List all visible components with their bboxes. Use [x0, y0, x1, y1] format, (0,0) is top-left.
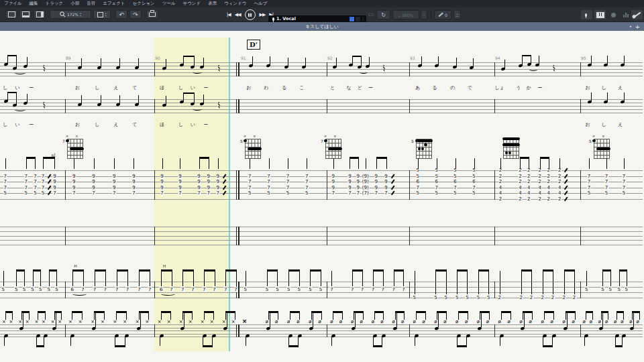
- menu-item-4[interactable]: 音符: [87, 1, 95, 7]
- hihat-note[interactable]: ø: [529, 320, 532, 324]
- tab-number[interactable]: 7: [248, 185, 251, 190]
- hihat-note[interactable]: ø: [563, 320, 566, 324]
- lyric[interactable]: ー: [203, 84, 208, 91]
- bass-tab-number[interactable]: 2: [498, 295, 501, 300]
- snare-note[interactable]: [19, 326, 24, 330]
- tab-number[interactable]: 9: [197, 174, 201, 179]
- bass-tab-number[interactable]: 5: [47, 287, 50, 292]
- bass-tab-number[interactable]: 5: [319, 287, 322, 292]
- bass-tab-number[interactable]: 5: [309, 287, 312, 292]
- lyric[interactable]: お: [586, 121, 590, 128]
- bass-tab-number[interactable]: 5: [287, 287, 290, 292]
- tab-number[interactable]: 7: [41, 179, 44, 184]
- snare-note[interactable]: [598, 326, 603, 330]
- tab-number[interactable]: 7: [348, 190, 352, 196]
- bass-tab-number[interactable]: 5: [297, 287, 301, 292]
- bass-tab-number[interactable]: 5: [276, 287, 279, 292]
- view-page-button[interactable]: [5, 10, 17, 19]
- menu-item-2[interactable]: トラック: [46, 1, 64, 7]
- hihat-note[interactable]: ø: [319, 320, 321, 324]
- hihat-note[interactable]: ø: [422, 320, 425, 324]
- tab-number[interactable]: 6: [416, 179, 419, 184]
- menu-item-8[interactable]: サウンド: [183, 1, 201, 7]
- tab-number[interactable]: (7): [362, 190, 369, 196]
- tab-number[interactable]: 5: [267, 190, 270, 196]
- tab-number[interactable]: 4: [547, 185, 550, 190]
- tab-number[interactable]: (9): [362, 174, 369, 179]
- document-tab[interactable]: キスしてほしい: [305, 23, 339, 30]
- tab-number[interactable]: 2: [498, 179, 502, 184]
- bass-tab-number[interactable]: 7: [115, 287, 118, 292]
- tab-number[interactable]: 7: [112, 190, 115, 196]
- hihat-note[interactable]: ×: [158, 320, 162, 324]
- lyric[interactable]: し: [602, 121, 606, 128]
- chord-diagram[interactable]: ××5: [594, 139, 610, 159]
- tab-number[interactable]: 4: [527, 190, 530, 196]
- hihat-note[interactable]: ×: [58, 320, 62, 324]
- bass-tab-number[interactable]: 5: [265, 287, 268, 292]
- tab-number[interactable]: 2: [498, 174, 502, 179]
- hihat-note[interactable]: ø: [598, 320, 601, 324]
- snare-note[interactable]: [392, 326, 397, 330]
- bass-tab-number[interactable]: 5: [466, 295, 469, 300]
- tab-number[interactable]: 9: [356, 185, 360, 190]
- tab-number[interactable]: 7: [197, 190, 201, 196]
- zoom-control[interactable]: 172% ▴▾: [50, 10, 91, 19]
- hihat-note[interactable]: ×: [34, 320, 38, 324]
- tab-number[interactable]: 5: [435, 174, 438, 179]
- hihat-note[interactable]: ø: [351, 320, 354, 324]
- hihat-note[interactable]: ×: [231, 320, 235, 324]
- tab-number[interactable]: 4: [519, 190, 522, 196]
- hihat-note[interactable]: ø: [413, 320, 415, 324]
- snare-note[interactable]: [630, 326, 635, 330]
- tab-number[interactable]: 9: [53, 185, 56, 190]
- tab-number[interactable]: 7: [216, 190, 219, 196]
- bass-tab-number[interactable]: 7: [392, 287, 395, 292]
- bass-tab-number[interactable]: 7: [203, 287, 206, 292]
- lyric[interactable]: い: [191, 84, 195, 91]
- tab-number[interactable]: 5: [41, 190, 44, 196]
- hihat-note[interactable]: ×: [51, 320, 55, 324]
- tab-number[interactable]: 7: [331, 190, 335, 196]
- tab-number[interactable]: 5: [622, 190, 625, 196]
- tab-number[interactable]: 2: [519, 174, 522, 179]
- hihat-note[interactable]: ×: [113, 320, 117, 324]
- tab-number[interactable]: 9: [112, 174, 115, 179]
- lyric[interactable]: し: [3, 84, 7, 91]
- menu-item-0[interactable]: ファイル: [4, 1, 22, 7]
- tab-number[interactable]: 4: [527, 185, 530, 190]
- lyric[interactable]: ー: [29, 121, 34, 128]
- print-button[interactable]: [146, 10, 158, 19]
- keyboard-track-button[interactable]: [594, 10, 606, 19]
- tab-number[interactable]: 2: [527, 196, 530, 202]
- hihat-note[interactable]: ø: [465, 320, 468, 324]
- lyric[interactable]: え: [618, 84, 623, 91]
- tab-number[interactable]: 9: [374, 179, 378, 184]
- bass-tab-number[interactable]: 2: [562, 295, 566, 300]
- menu-item-3[interactable]: 小節: [70, 1, 79, 7]
- hihat-note[interactable]: ø: [297, 320, 299, 324]
- tab-number[interactable]: 5: [435, 190, 438, 196]
- hihat-note[interactable]: ×: [210, 320, 214, 324]
- hihat-note[interactable]: ø: [520, 320, 523, 324]
- bass-tab-number[interactable]: 7: [93, 287, 96, 292]
- lyric[interactable]: て: [132, 84, 137, 91]
- lyric[interactable]: い: [15, 84, 20, 91]
- lyric[interactable]: し: [178, 84, 183, 91]
- menu-item-9[interactable]: 表示: [208, 1, 217, 7]
- tab-number[interactable]: 5: [453, 174, 457, 179]
- chord-diagram[interactable]: ××7: [67, 139, 83, 159]
- bass-tab-number[interactable]: 7: [371, 287, 374, 292]
- tab-number[interactable]: 9: [216, 185, 219, 190]
- section-marker[interactable]: D': [247, 40, 260, 50]
- hihat-note[interactable]: ø: [309, 320, 311, 324]
- lyric[interactable]: し: [95, 84, 99, 91]
- bass-tab-number[interactable]: 6: [70, 287, 74, 292]
- bass-tab-number[interactable]: 7: [81, 287, 85, 292]
- tab-number[interactable]: (9): [362, 185, 369, 190]
- loop-button[interactable]: ↻: [376, 10, 390, 19]
- fit-stepper[interactable]: ▴▾: [105, 12, 106, 17]
- tab-number[interactable]: 2: [547, 196, 550, 202]
- menu-item-10[interactable]: ウィンドウ: [224, 1, 246, 7]
- score-area[interactable]: 89909192939495D'しいーおしえてほしいーおわることなどーあるのでし…: [0, 31, 644, 362]
